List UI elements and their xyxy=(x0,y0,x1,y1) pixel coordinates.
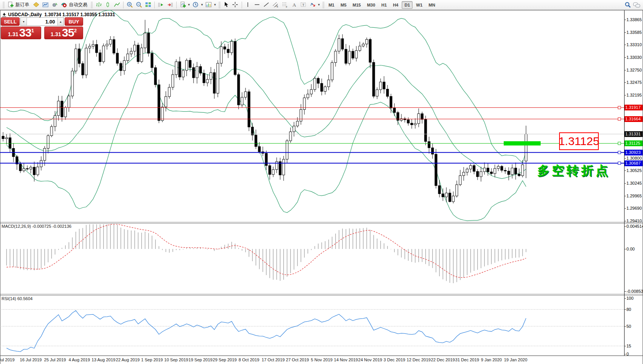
symbols-icon[interactable] xyxy=(32,0,41,10)
periods-clock-icon[interactable] xyxy=(191,0,200,10)
rsi-panel-canvas[interactable] xyxy=(0,296,624,356)
price-callout-box[interactable]: 1.31125 xyxy=(559,132,599,150)
arrows-dropdown-caret[interactable]: ▼ xyxy=(317,3,321,7)
new-order-label[interactable]: 新订单 xyxy=(15,2,29,8)
bar-chart-icon[interactable] xyxy=(94,0,103,10)
timeframe-button-d1[interactable]: D1 xyxy=(402,1,413,9)
price-tick-label: 1.32195 xyxy=(626,92,642,98)
indicators-dropdown-caret[interactable]: ▼ xyxy=(187,3,190,7)
indicator-tick-label: 100 xyxy=(626,296,633,301)
main-chart-canvas[interactable] xyxy=(0,10,624,222)
buy-price-big: 35 xyxy=(62,27,74,38)
text-label-icon[interactable]: T xyxy=(299,0,308,10)
chart-ohlc-values: 1.30734 1.31517 1.30355 1.31331 xyxy=(44,12,115,17)
indicator-tick-label: 0.00 xyxy=(626,246,635,252)
timeframe-button-m30[interactable]: M30 xyxy=(364,1,378,9)
price-tick-mark xyxy=(624,183,626,184)
date-label: 19 Sep 2019 xyxy=(189,357,212,362)
date-label: 25 Jul 2019 xyxy=(44,357,66,362)
line-chart-icon[interactable] xyxy=(112,0,122,10)
date-label: 16 Jul 2019 xyxy=(20,357,42,362)
date-label: 4 Aug 2019 xyxy=(68,357,90,362)
indicator-tick-mark xyxy=(624,298,626,299)
tile-windows-icon[interactable] xyxy=(144,0,153,10)
timeframe-button-w1[interactable]: W1 xyxy=(413,1,425,9)
news-signal-icon[interactable] xyxy=(50,0,59,10)
timeframe-button-m1[interactable]: M1 xyxy=(326,1,337,9)
autotrading-label[interactable]: 自动交易 xyxy=(69,2,87,8)
timeframe-button-m5[interactable]: M5 xyxy=(338,1,349,9)
buy-button[interactable]: BUY xyxy=(65,17,83,26)
equidistant-channel-icon[interactable]: E xyxy=(271,0,281,10)
buy-price-small: 1.31 xyxy=(51,30,61,38)
indicator-tick-mark xyxy=(624,309,626,310)
sell-button[interactable]: SELL xyxy=(1,17,20,26)
volume-value[interactable]: 1.00 xyxy=(27,19,57,25)
price-tick-mark xyxy=(624,20,626,20)
price-tick-label: 1.30800 xyxy=(626,155,642,161)
one-click-trade-panel: SELL ▼ 1.00 ▲ BUY 1.31 33 1 1.31 35 2 xyxy=(1,17,83,39)
chart-title: USDCAD-,Daily 1.30734 1.31517 1.30355 1.… xyxy=(2,12,115,17)
price-tick-mark xyxy=(624,221,626,221)
timeframe-button-m15[interactable]: M15 xyxy=(350,1,363,9)
date-label: 10 Sep 2019 xyxy=(164,357,188,362)
toolbar-grip[interactable] xyxy=(219,2,220,8)
timeframe-button-mn[interactable]: MN xyxy=(426,1,438,9)
price-tick-mark xyxy=(624,32,626,33)
trendline-icon[interactable] xyxy=(262,0,271,10)
indicators-icon[interactable] xyxy=(178,0,187,10)
indicator-tick-label: 80 xyxy=(626,307,631,312)
turning-point-annotation[interactable]: 多空转折点 xyxy=(537,162,610,179)
volume-decrease-button[interactable]: ▼ xyxy=(21,18,27,25)
date-label: 9 Jan 2020 xyxy=(481,357,502,362)
zoom-out-icon[interactable] xyxy=(134,0,144,10)
arrows-icon[interactable] xyxy=(308,0,317,10)
templates-icon[interactable] xyxy=(204,0,214,10)
toolbar-grip[interactable] xyxy=(322,2,324,8)
toolbar-grip[interactable] xyxy=(3,2,5,8)
profile-icon[interactable] xyxy=(41,0,50,10)
price-tick-label: 1.29410 xyxy=(626,218,642,224)
indicator-tick-label: 0.004514 xyxy=(626,224,643,229)
fibonacci-icon[interactable]: F xyxy=(281,0,290,10)
sell-price-sup: 1 xyxy=(31,28,34,33)
indicator-tick-mark xyxy=(624,354,626,354)
new-order-icon[interactable] xyxy=(6,0,15,10)
date-label: 3 Dec 2019 xyxy=(384,357,405,362)
horizontal-line-icon[interactable] xyxy=(253,0,262,10)
cursor-icon[interactable] xyxy=(222,0,231,10)
price-tick-label: 1.33030 xyxy=(626,55,642,60)
periods-dropdown-caret[interactable]: ▼ xyxy=(200,3,204,7)
templates-dropdown-caret[interactable]: ▼ xyxy=(214,3,217,7)
toolbar-grip[interactable] xyxy=(91,2,93,8)
text-icon[interactable]: A xyxy=(290,0,299,10)
crosshair-icon[interactable] xyxy=(231,0,240,10)
price-tick-mark xyxy=(624,70,626,70)
price-tick-label: 1.32750 xyxy=(626,67,642,73)
chat-icon[interactable] xyxy=(632,0,641,10)
indicator-tick-label: 0 xyxy=(626,351,629,357)
chart-symbol-period: USDCAD-,Daily xyxy=(8,12,42,17)
timeframe-button-h1[interactable]: H1 xyxy=(379,1,389,9)
date-label: Jul 2019 xyxy=(0,357,15,362)
vertical-line-icon[interactable] xyxy=(244,0,253,10)
auto-scroll-icon[interactable] xyxy=(156,0,165,10)
date-label: 14 Nov 2019 xyxy=(334,357,358,362)
sell-price-tile[interactable]: 1.31 33 1 xyxy=(1,27,41,39)
volume-increase-button[interactable]: ▲ xyxy=(57,18,63,25)
macd-panel-canvas[interactable] xyxy=(0,224,624,294)
search-icon[interactable] xyxy=(623,0,632,10)
chart-shift-icon[interactable] xyxy=(165,0,175,10)
zoom-in-icon[interactable] xyxy=(125,0,134,10)
autotrading-icon[interactable] xyxy=(59,0,68,10)
sell-price-small: 1.31 xyxy=(8,30,18,38)
volume-stepper[interactable]: ▼ 1.00 ▲ xyxy=(20,17,64,26)
price-line-label: 1.31917 xyxy=(625,105,643,110)
candlestick-chart-icon[interactable] xyxy=(103,0,112,10)
price-tick-mark xyxy=(624,196,626,196)
timeframe-button-h4[interactable]: H4 xyxy=(390,1,401,9)
indicator-tick-mark xyxy=(624,326,626,327)
price-tick-label: 1.32475 xyxy=(626,80,642,85)
buy-price-tile[interactable]: 1.31 35 2 xyxy=(44,27,83,39)
price-tick-label: 1.30245 xyxy=(626,180,642,186)
